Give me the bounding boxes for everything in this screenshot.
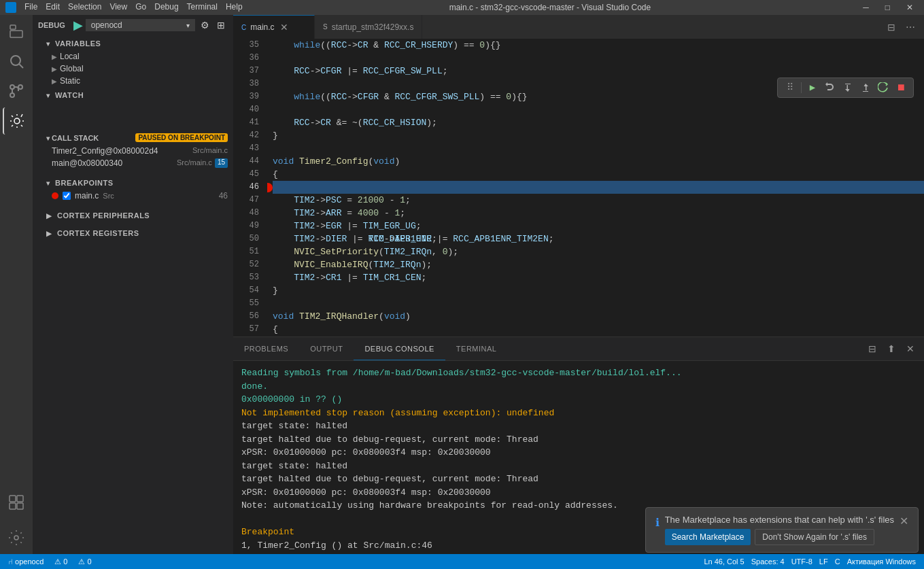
breakpoints-header[interactable]: ▾ BREAKPOINTS: [33, 175, 233, 190]
debug-split-btn[interactable]: ⊞: [214, 18, 228, 32]
tab-debug-console[interactable]: DEBUG CONSOLE: [354, 337, 445, 360]
code-line-54: }: [273, 284, 924, 297]
cortex-registers-header[interactable]: ▶ CORTEX REGISTERS: [33, 225, 233, 240]
status-eol[interactable]: LF: [817, 557, 831, 566]
watch-header[interactable]: ▾ WATCH: [33, 87, 233, 102]
tab-startup[interactable]: S startup_stm32f429xx.s: [315, 15, 422, 39]
status-language[interactable]: C: [832, 557, 843, 566]
explorer-icon[interactable]: [3, 18, 30, 45]
code-line-56: void TIM2_IRQHandler(void): [273, 310, 924, 323]
continue-btn[interactable]: ▶: [804, 80, 821, 96]
debug-settings-btn[interactable]: ⚙: [198, 18, 211, 32]
step-into-btn[interactable]: [840, 80, 856, 96]
local-item[interactable]: ▶ Local: [33, 50, 233, 63]
line-num-55: 55: [233, 297, 259, 310]
line-num-44: 44: [233, 155, 259, 168]
line-num-52: 52: [233, 258, 259, 271]
step-over-btn[interactable]: [822, 80, 838, 96]
dont-show-again-btn[interactable]: Don't Show Again for '.s' files: [755, 529, 874, 545]
code-line-44: void Timer2_Config(void): [273, 155, 924, 168]
split-editor-btn[interactable]: ⊟: [883, 19, 900, 35]
debug-icon[interactable]: [3, 107, 30, 135]
menu-debug[interactable]: Debug: [154, 2, 178, 13]
debug-play-icon[interactable]: ▶: [73, 18, 83, 33]
source-control-icon[interactable]: [3, 77, 30, 105]
toolbar-separator-1: [801, 82, 802, 93]
code-line-58: TIM2->SR &= ~(TIM_SR_UIF);: [273, 336, 924, 337]
breakpoint-checkbox[interactable]: [63, 192, 71, 200]
code-line-51: NVIC_SetPriority(TIM2_IRQn, 0);: [273, 245, 924, 258]
code-editor[interactable]: ⠿ ▶ ⏹: [233, 39, 924, 337]
console-line-0: Reading symbols from /home/m-bad/Downloa…: [241, 366, 916, 380]
console-line-2: 0x00000000 in ?? (): [241, 393, 916, 407]
menu-help[interactable]: Help: [226, 2, 243, 13]
global-item[interactable]: ▶ Global: [33, 63, 233, 75]
notification-close-btn[interactable]: ✕: [900, 515, 908, 528]
tab-problems[interactable]: PROBLEMS: [233, 337, 299, 360]
console-line-1: done.: [241, 380, 916, 394]
svg-rect-1: [10, 31, 22, 37]
restart-btn[interactable]: [875, 80, 891, 96]
tab-label-startup: startup_stm32f429xx.s: [332, 22, 414, 32]
stop-btn[interactable]: ⏹: [893, 80, 909, 96]
line-num-37: 37: [233, 65, 259, 77]
status-spaces[interactable]: Spaces: 4: [749, 557, 787, 566]
close-btn[interactable]: ✕: [901, 3, 919, 12]
window-title: main.c - stm32-gcc-vscode-master - Visua…: [243, 3, 858, 12]
line-num-56: 56: [233, 310, 259, 323]
step-out-btn[interactable]: [857, 80, 874, 96]
status-warnings[interactable]: ⚠ 0: [75, 557, 94, 566]
code-line-57: {: [273, 323, 924, 336]
menu-selection[interactable]: Selection: [68, 2, 101, 13]
extensions-icon[interactable]: [3, 489, 30, 516]
status-encoding[interactable]: UTF-8: [789, 557, 815, 566]
search-icon[interactable]: [3, 48, 30, 75]
status-activate-windows[interactable]: Активация Windows: [844, 557, 919, 566]
panel-maximize-btn[interactable]: ⬆: [883, 341, 900, 357]
panel-clear-btn[interactable]: ⊟: [864, 341, 880, 357]
status-errors[interactable]: ⚠ 0: [52, 557, 70, 566]
stack-frame-0[interactable]: Timer2_Config@0x080002d4 Src/main.c: [33, 145, 233, 157]
console-line-5: target halted due to debug-request, curr…: [241, 433, 916, 447]
tab-output[interactable]: OUTPUT: [299, 337, 354, 360]
code-line-48: TIM2->ARR = 4000 - 1;: [273, 207, 924, 220]
maximize-btn[interactable]: □: [880, 3, 895, 12]
console-line-6: xPSR: 0x01000000 pc: 0x080003f4 msp: 0x2…: [241, 446, 916, 460]
toolbar-drag-handle: ⠿: [782, 80, 798, 96]
cortex-peripherals-header[interactable]: ▶ CORTEX PERIPHERALS: [33, 207, 233, 222]
variables-section: ▾ VARIABLES ▶ Local ▶ Global ▶ Static: [33, 35, 233, 87]
app: DEBUG ▶ openocd ▾ ⚙ ⊞ ▾ VARIABLES ▶: [0, 15, 924, 569]
menu-edit[interactable]: Edit: [46, 2, 60, 13]
minimize-btn[interactable]: ─: [857, 3, 874, 12]
search-marketplace-btn[interactable]: Search Marketplace: [665, 529, 751, 545]
stack-frame-1[interactable]: main@0x08000340 Src/main.c 15: [33, 157, 233, 169]
call-stack-header[interactable]: ▾ CALL STACK PAUSED ON BREAKPOINT: [33, 129, 233, 145]
debug-config-selector[interactable]: openocd ▾: [86, 19, 195, 31]
line-num-42: 42: [233, 129, 259, 142]
menu-terminal[interactable]: Terminal: [187, 2, 218, 13]
console-line-8: target halted due to debug-request, curr…: [241, 472, 916, 486]
status-cursor-pos[interactable]: Ln 46, Col 5: [701, 557, 747, 566]
more-actions-btn[interactable]: ⋯: [902, 19, 919, 35]
svg-rect-0: [10, 25, 16, 29]
breakpoints-section: ▾ BREAKPOINTS main.c Src 46: [33, 175, 233, 202]
variables-header[interactable]: ▾ VARIABLES: [33, 35, 233, 50]
workspace: DEBUG ▶ openocd ▾ ⚙ ⊞ ▾ VARIABLES ▶: [0, 15, 924, 554]
menu-view[interactable]: View: [109, 2, 127, 13]
menu-file[interactable]: File: [24, 2, 37, 13]
menu-go[interactable]: Go: [135, 2, 146, 13]
status-bar: ⑁ openocd ⚠ 0 ⚠ 0 Ln 46, Col 5 Spaces: 4…: [0, 554, 924, 569]
tab-icon-startup: S: [323, 23, 328, 31]
breakpoint-item-0[interactable]: main.c Src 46: [33, 190, 233, 202]
settings-icon[interactable]: [3, 524, 30, 551]
code-line-55: [273, 297, 924, 310]
tab-terminal[interactable]: TERMINAL: [445, 337, 508, 360]
svg-point-12: [14, 536, 18, 540]
panel-close-btn[interactable]: ✕: [902, 341, 919, 357]
tab-close-main-c[interactable]: ✕: [279, 22, 290, 33]
status-debug[interactable]: ⑁ openocd: [5, 557, 46, 566]
line-num-39: 39: [233, 90, 259, 103]
static-item[interactable]: ▶ Static: [33, 75, 233, 87]
breakpoint-dot: [52, 192, 58, 199]
tab-main-c[interactable]: C main.c ✕: [233, 15, 315, 39]
